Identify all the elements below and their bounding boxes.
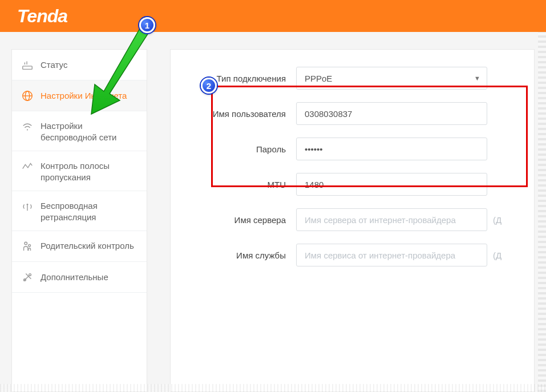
sidebar-item-wireless-relay[interactable]: Беспроводная ретрансляция xyxy=(12,191,147,231)
hint-service-name: (Д xyxy=(493,250,501,260)
activity-icon xyxy=(21,160,34,173)
input-password[interactable] xyxy=(296,138,487,160)
sidebar-item-label: Родительский контроль xyxy=(41,240,134,252)
sidebar-item-label: Настройки беспроводной сети xyxy=(41,120,137,143)
label-password: Пароль xyxy=(188,144,296,154)
annotation-callout-2: 2 xyxy=(201,78,217,94)
annotation-callout-1: 1 xyxy=(139,17,155,33)
svg-point-11 xyxy=(29,273,31,276)
label-server-name: Имя сервера xyxy=(188,215,296,225)
sidebar: Статус Настройки Интернета Настройки бес… xyxy=(11,49,147,392)
sidebar-item-label: Статус xyxy=(41,59,67,71)
svg-point-9 xyxy=(25,242,27,245)
svg-point-6 xyxy=(27,129,28,130)
label-username: Имя пользователя xyxy=(188,109,296,119)
row-password: Пароль xyxy=(188,138,523,160)
settings-panel: Тип подключения PPPoE ▼ Имя пользователя… xyxy=(170,49,535,392)
input-username[interactable] xyxy=(296,102,487,125)
svg-rect-0 xyxy=(23,66,33,69)
row-service-name: Имя службы (Д xyxy=(188,244,523,266)
sidebar-item-label: Настройки Интернета xyxy=(41,90,127,102)
globe-icon xyxy=(21,90,34,102)
input-service-name[interactable] xyxy=(296,244,487,266)
sidebar-item-status[interactable]: Статус xyxy=(12,50,147,80)
label-service-name: Имя службы xyxy=(188,250,296,260)
select-connection-type[interactable]: PPPoE xyxy=(296,67,487,90)
wifi-icon xyxy=(21,120,34,133)
sidebar-item-label: Контроль полосы пропускания xyxy=(41,160,137,183)
svg-point-10 xyxy=(29,244,31,246)
label-mtu: MTU xyxy=(188,180,296,189)
hint-server-name: (Д xyxy=(493,215,501,225)
sidebar-item-bandwidth[interactable]: Контроль полосы пропускания xyxy=(12,151,147,191)
row-username: Имя пользователя xyxy=(188,102,523,125)
sidebar-item-internet-settings[interactable]: Настройки Интернета xyxy=(12,80,147,111)
brand-logo: Tenda xyxy=(17,6,67,27)
tools-icon xyxy=(21,271,34,284)
broadcast-icon xyxy=(21,200,34,213)
sidebar-item-label: Дополнительные xyxy=(41,272,108,283)
sidebar-item-label: Беспроводная ретрансляция xyxy=(41,200,137,223)
family-icon xyxy=(21,240,34,253)
row-mtu: MTU xyxy=(188,173,523,196)
main-container: Статус Настройки Интернета Настройки бес… xyxy=(0,32,546,392)
header: Tenda xyxy=(0,0,546,32)
sidebar-item-wireless-settings[interactable]: Настройки беспроводной сети xyxy=(12,111,147,151)
input-server-name[interactable] xyxy=(296,208,487,231)
row-connection-type: Тип подключения PPPoE ▼ xyxy=(188,67,523,90)
torn-edge-bottom xyxy=(0,384,546,392)
row-server-name: Имя сервера (Д xyxy=(188,208,523,231)
svg-point-8 xyxy=(27,204,29,205)
input-mtu[interactable] xyxy=(296,173,487,196)
sidebar-item-parental-control[interactable]: Родительский контроль xyxy=(12,231,147,262)
sidebar-item-advanced[interactable]: Дополнительные xyxy=(12,262,147,293)
router-icon xyxy=(21,59,34,71)
torn-edge-right xyxy=(538,32,546,392)
